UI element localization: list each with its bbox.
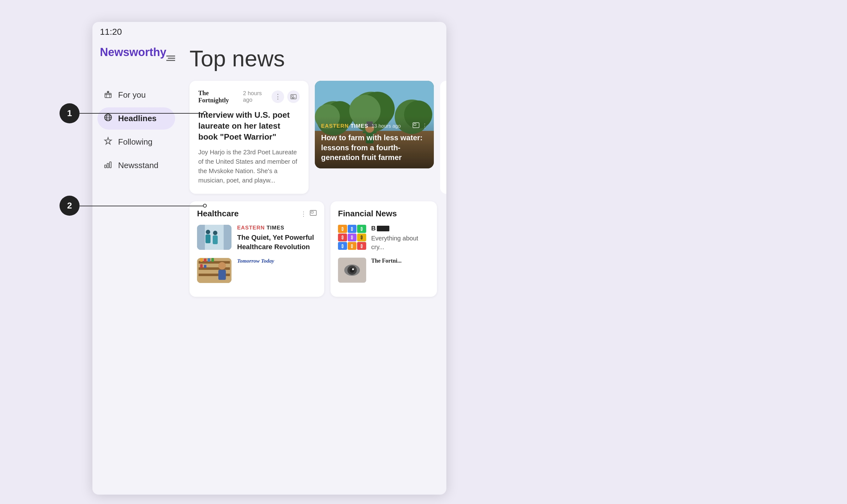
app-title: Newsworthy (98, 46, 166, 59)
svg-rect-50 (204, 258, 207, 262)
gallery-btn-1[interactable] (287, 90, 300, 103)
gift-icon (104, 90, 112, 101)
image-card-overlay: EASTERN TIMES 13 hours ago (315, 116, 434, 168)
svg-rect-51 (208, 258, 210, 262)
svg-rect-34 (414, 124, 416, 126)
financial-title: Financial News (338, 209, 429, 218)
svg-rect-54 (204, 265, 207, 268)
svg-rect-10 (105, 165, 106, 168)
svg-rect-46 (199, 261, 230, 264)
card-header-1: The Fortnightly 2 hours ago ⋮ (198, 90, 300, 104)
healthcare-item-title-1: The Quiet, Yet Powerful Healthcare Revol… (237, 233, 317, 251)
svg-rect-39 (197, 225, 205, 250)
annotation-1: 1 (59, 103, 80, 123)
image-time-ago: 13 hours ago (371, 123, 401, 129)
svg-rect-14 (292, 95, 294, 97)
sidebar-item-for-you[interactable]: For you (98, 84, 175, 106)
top-news-row: The Fortnightly 2 hours ago ⋮ (190, 81, 437, 194)
star-icon (104, 137, 112, 147)
sidebar-item-newsstand[interactable]: Newsstand (98, 154, 175, 177)
image-card-farmer[interactable]: EASTERN TIMES 13 hours ago (315, 81, 434, 168)
healthcare-gallery-btn[interactable] (310, 210, 317, 218)
healthcare-item-1[interactable]: EASTERN TIMES The Quiet, Yet Powerful He… (197, 225, 317, 251)
sidebar-label-headlines: Headlines (118, 114, 157, 123)
sidebar-item-following[interactable]: Following (98, 131, 175, 153)
chart-icon (104, 160, 112, 171)
financial-excerpt-1: Everything about cry... (371, 234, 429, 251)
svg-rect-53 (200, 264, 203, 268)
svg-rect-4 (106, 93, 110, 98)
image-more-icon[interactable]: ⋮ (422, 122, 427, 130)
publication-name-1: The Fortnightly (198, 90, 239, 104)
healthcare-title: Healthcare (197, 209, 239, 218)
svg-rect-49 (200, 258, 203, 262)
svg-rect-42 (206, 234, 211, 243)
svg-rect-40 (224, 225, 231, 250)
healthcare-more-btn[interactable]: ⋮ (300, 210, 307, 218)
svg-rect-11 (107, 163, 109, 168)
device-frame: 11:20 Newsworthy (92, 22, 446, 494)
time-display: 11:20 (100, 27, 122, 37)
annotation-dot-1 (203, 111, 207, 115)
page-title: Top news (190, 46, 437, 71)
section-row: Healthcare ⋮ (190, 201, 437, 296)
svg-rect-3 (105, 93, 111, 98)
sidebar-label-newsstand: Newsstand (118, 161, 159, 170)
sidebar-item-headlines[interactable]: Headlines (98, 107, 175, 130)
main-content: Top news The Fortnightly 2 hours ago ⋮ (180, 39, 446, 493)
annotation-line-1 (80, 113, 205, 114)
annotation-2: 2 (59, 196, 80, 216)
financial-section: Financial News ₿ ₿ ₿ ₿ ₿ ₿ ₿ (331, 201, 437, 296)
healthcare-thumb-2 (197, 258, 231, 283)
svg-point-61 (352, 268, 354, 270)
sidebar-label-for-you: For you (118, 90, 146, 100)
svg-rect-36 (311, 211, 313, 213)
menu-icon[interactable] (166, 54, 175, 64)
eastern-times-badge-1: EASTERN TIMES (237, 225, 317, 231)
financial-item-2[interactable]: The Fortni... (338, 258, 429, 283)
article-excerpt-1: Joy Harjo is the 23rd Poet Laureate of t… (198, 147, 300, 185)
annotation-dot-2 (203, 204, 207, 208)
sidebar: Newsworthy (92, 39, 180, 493)
financial-thumb-2 (338, 258, 366, 283)
annotation-line-2 (80, 206, 205, 206)
globe-icon (104, 113, 112, 124)
svg-rect-44 (213, 235, 218, 244)
svg-point-60 (350, 268, 355, 273)
svg-rect-12 (110, 162, 111, 168)
image-pub-name: EASTERN TIMES (321, 123, 368, 129)
image-card-title: How to farm with less water: lessons fro… (321, 133, 427, 162)
financial-pub-logo-1: B (371, 225, 429, 232)
time-ago-1: 2 hours ago (243, 90, 271, 103)
tomorrow-today-badge: Tomorrow Today (237, 258, 274, 264)
image-gallery-icon[interactable] (412, 122, 420, 130)
article-card-1[interactable]: The Fortnightly 2 hours ago ⋮ (190, 81, 308, 194)
svg-point-55 (218, 262, 226, 270)
section-header-healthcare: Healthcare ⋮ (197, 209, 317, 218)
healthcare-item-2[interactable]: Tomorrow Today (197, 258, 317, 283)
healthcare-section: Healthcare ⋮ (190, 201, 324, 296)
financial-item-1[interactable]: ₿ ₿ ₿ ₿ ₿ ₿ ₿ ₿ ₿ (338, 225, 429, 251)
svg-point-41 (206, 230, 210, 234)
svg-rect-56 (218, 270, 226, 280)
bitcoin-grid: ₿ ₿ ₿ ₿ ₿ ₿ ₿ ₿ ₿ (338, 225, 366, 250)
article-title-1: Interview with U.S. poet laureate on her… (198, 110, 300, 142)
more-options-btn-1[interactable]: ⋮ (271, 90, 284, 103)
sidebar-label-following: Following (118, 137, 153, 147)
svg-point-43 (213, 231, 217, 235)
partial-card-right (440, 81, 446, 194)
svg-rect-52 (211, 258, 214, 262)
financial-pub-2: The Fortni... (371, 258, 402, 264)
status-bar: 11:20 (92, 22, 446, 39)
healthcare-thumb-1 (197, 225, 231, 250)
